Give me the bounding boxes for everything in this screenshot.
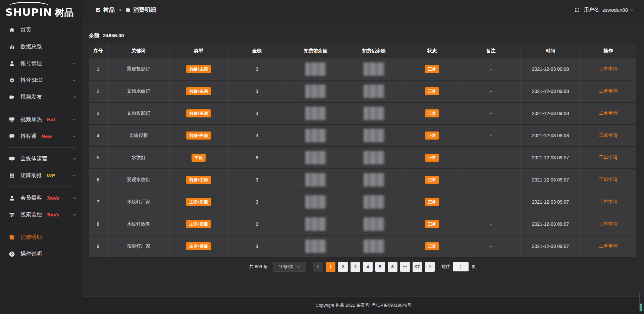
sidebar-divider	[7, 108, 76, 108]
page-button-6[interactable]: 6	[388, 262, 397, 272]
redacted-balance	[364, 240, 384, 253]
page-button-4[interactable]: 4	[363, 262, 373, 272]
cell-type: 主词	[170, 147, 228, 169]
sidebar-item-douketong[interactable]: 抖客通New	[0, 128, 83, 145]
page-button-1[interactable]: 1	[326, 262, 335, 272]
sidebar-item-label: 数据总览	[20, 43, 42, 50]
breadcrumb-item[interactable]: 消费明细	[125, 6, 156, 14]
sidebar-item-video-heat[interactable]: 视频加热Hot	[0, 111, 83, 128]
more-pages-button[interactable]: •••	[400, 262, 410, 272]
sidebar-item-account-manage[interactable]: 账号管理	[0, 55, 83, 72]
scrollbar[interactable]	[639, 292, 643, 312]
table-row: 7水纹灯厂家主词+后缀3正常-2021-12-03 09:07工单申请	[89, 191, 636, 213]
chart-icon	[9, 44, 15, 50]
work-order-link[interactable]: 工单申请	[599, 133, 618, 138]
column-header: 金额	[228, 44, 286, 58]
prev-page-button[interactable]	[313, 262, 323, 272]
column-header: 状态	[403, 44, 462, 58]
sidebar-item-douyin-seo[interactable]: 抖音SEO	[0, 72, 83, 89]
redacted-balance	[305, 217, 326, 231]
cell-remark: -	[462, 125, 521, 147]
logo-text-cn: 树品	[55, 8, 74, 17]
topbar: 树品>消费明细 用户名: zswodun88	[83, 0, 644, 20]
cell-amount: 3	[228, 169, 286, 191]
work-order-link[interactable]: 工单申请	[599, 221, 618, 226]
cell-remark: -	[462, 169, 521, 191]
page-button-3[interactable]: 3	[351, 262, 360, 272]
cell-pre-balance	[286, 103, 345, 125]
next-page-button[interactable]	[425, 262, 435, 272]
copyright-text: Copyright 树品 2021 备案号: 粤ICP备09019646号	[316, 302, 412, 308]
page-button-5[interactable]: 5	[375, 262, 385, 272]
sidebar-item-matrix-boost[interactable]: 矩阵助推VIP	[0, 167, 83, 184]
cell-index: 5	[89, 147, 108, 169]
cell-status: 正常	[403, 58, 462, 81]
work-order-link[interactable]: 工单申请	[599, 110, 618, 116]
table-row: 4文旅投影前缀+主词3正常-2021-12-03 09:08工单申请	[89, 125, 636, 147]
balance-label: 余额:	[89, 33, 101, 38]
table-row: 5水纹灯主词6正常-2021-12-03 09:07工单申请	[89, 147, 636, 169]
cell-type: 前缀+主词	[170, 169, 228, 191]
remark-value: -	[490, 177, 492, 182]
cell-type: 前缀+主词	[170, 58, 228, 81]
cell-action: 工单申请	[581, 191, 636, 213]
type-badge: 主词	[192, 154, 206, 162]
cell-remark: -	[462, 213, 521, 235]
status-badge: 正常	[425, 220, 439, 228]
wallet-icon	[125, 7, 131, 13]
sidebar-item-clue-monitor[interactable]: 线索监控Tools	[0, 206, 83, 223]
cell-amount: 6	[228, 147, 286, 169]
sidebar-item-data-overview[interactable]: 数据总览	[0, 38, 83, 55]
work-order-link[interactable]: 工单申请	[599, 66, 618, 71]
page-button-97[interactable]: 97	[413, 262, 422, 272]
consumption-table: 序号关键词类型金额扣费前余额扣费后余额状态备注时间操作 1景观投影灯前缀+主词3…	[89, 44, 636, 258]
cell-post-balance	[345, 58, 403, 81]
redacted-balance	[364, 173, 384, 187]
sidebar-item-consume-detail[interactable]: 消费明细	[0, 229, 83, 246]
scrollbar-thumb[interactable]	[640, 304, 642, 311]
remark-value: -	[490, 244, 492, 249]
work-order-link[interactable]: 工单申请	[599, 177, 618, 182]
sidebar-divider	[7, 187, 76, 187]
redacted-balance	[364, 62, 384, 76]
work-order-link[interactable]: 工单申请	[599, 199, 618, 204]
sidebar-item-operation-guide[interactable]: 操作说明	[0, 246, 83, 262]
breadcrumb-item[interactable]: 树品	[96, 6, 115, 14]
heat-icon	[9, 116, 15, 123]
sidebar-item-badge: Tools	[46, 212, 59, 217]
logo: SHUPIN 树品	[0, 0, 83, 20]
type-badge: 主词+后缀	[186, 198, 211, 206]
sidebar-item-label: 线索监控	[20, 211, 42, 218]
sidebar-item-label: 会员爆客	[20, 195, 42, 202]
goto-page-input[interactable]	[453, 262, 469, 271]
fullscreen-icon[interactable]	[574, 7, 580, 13]
cell-post-balance	[345, 191, 403, 213]
sidebar-divider	[7, 226, 76, 226]
user-menu[interactable]: 用户名: zswodun88	[584, 7, 634, 13]
work-order-link[interactable]: 工单申请	[599, 155, 618, 160]
cell-pre-balance	[286, 147, 345, 169]
cell-status: 正常	[403, 235, 462, 258]
sidebar-item-label: 视频发布	[20, 94, 42, 101]
cell-post-balance	[345, 235, 403, 258]
cell-remark: -	[462, 103, 521, 125]
cell-index: 8	[89, 213, 108, 235]
cell-remark: -	[462, 235, 521, 258]
sidebar-item-badge: Hot	[46, 117, 55, 122]
sidebar-item-video-publish[interactable]: 视频发布	[0, 89, 83, 105]
sliders-icon	[9, 212, 15, 218]
work-order-link[interactable]: 工单申请	[599, 88, 618, 94]
page-size-select[interactable]: 10条/页	[273, 262, 306, 272]
cell-remark: -	[462, 147, 521, 169]
cell-amount: 3	[228, 103, 286, 125]
work-order-link[interactable]: 工单申请	[599, 243, 618, 249]
sidebar-item-member-burst[interactable]: 会员爆客Tools	[0, 190, 83, 206]
page-button-2[interactable]: 2	[338, 262, 348, 272]
status-badge: 正常	[425, 154, 439, 162]
home-icon	[9, 27, 15, 33]
remark-value: -	[490, 199, 492, 205]
sidebar-item-home[interactable]: 首页	[0, 21, 83, 38]
user-icon	[9, 60, 15, 67]
sidebar-item-media-operation[interactable]: 全媒体运营	[0, 150, 83, 167]
column-header: 类型	[170, 44, 228, 58]
